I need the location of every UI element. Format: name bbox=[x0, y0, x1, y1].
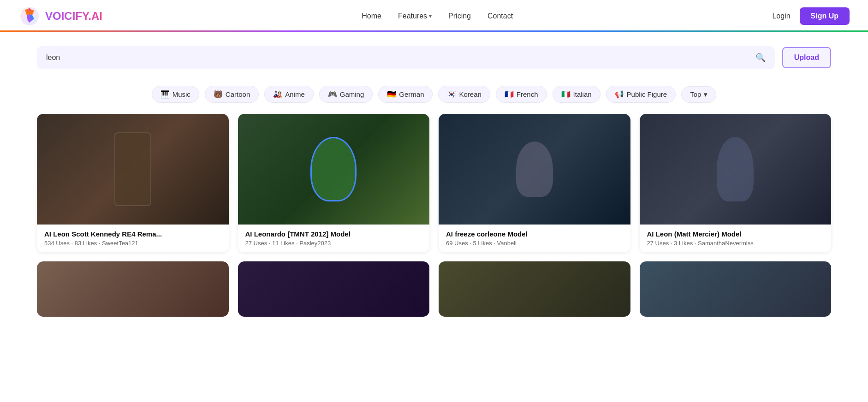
cartoon-icon: 🐻 bbox=[214, 90, 223, 99]
filter-public-figure[interactable]: 📢 Public Figure bbox=[606, 86, 676, 103]
german-flag-icon: 🇩🇪 bbox=[387, 90, 396, 99]
cards-grid-row1: AI Leon Scott Kennedy RE4 Rema... 534 Us… bbox=[0, 114, 868, 252]
card-meta: 27 Uses · 3 Likes · SamanthaNevermiss bbox=[647, 240, 824, 247]
filter-italian[interactable]: 🇮🇹 Italian bbox=[553, 86, 600, 103]
login-button[interactable]: Login bbox=[772, 12, 790, 20]
card-title: AI Leon (Matt Mercier) Model bbox=[647, 230, 824, 238]
logo-icon bbox=[18, 5, 41, 27]
public-figure-icon: 📢 bbox=[615, 90, 624, 99]
french-flag-icon: 🇫🇷 bbox=[505, 90, 514, 99]
filter-cartoon[interactable]: 🐻 Cartoon bbox=[205, 86, 259, 103]
card-partial-1[interactable] bbox=[37, 261, 229, 317]
nav-pricing[interactable]: Pricing bbox=[448, 12, 471, 20]
card-title: AI Leonardo [TMNT 2012] Model bbox=[245, 230, 422, 238]
filter-music-label: Music bbox=[172, 90, 190, 98]
search-section: 🔍 Upload bbox=[0, 32, 868, 78]
card-leon-re4[interactable]: AI Leon Scott Kennedy RE4 Rema... 534 Us… bbox=[37, 114, 229, 252]
card-title: AI Leon Scott Kennedy RE4 Rema... bbox=[44, 230, 221, 238]
filter-french[interactable]: 🇫🇷 French bbox=[496, 86, 547, 103]
search-row: 🔍 Upload bbox=[37, 46, 831, 69]
signup-button[interactable]: Sign Up bbox=[800, 7, 850, 25]
nav-contact[interactable]: Contact bbox=[488, 12, 513, 20]
filter-cartoon-label: Cartoon bbox=[226, 90, 250, 98]
card-meta: 69 Uses · 5 Likes · Vanbell bbox=[446, 240, 623, 247]
card-partial-4[interactable] bbox=[640, 261, 832, 317]
filter-top-label: Top bbox=[690, 90, 701, 98]
filter-section: 🎹 Music 🐻 Cartoon 🎎 Anime 🎮 Gaming 🇩🇪 Ge… bbox=[0, 78, 868, 114]
music-icon: 🎹 bbox=[161, 90, 170, 99]
card-body: AI freeze corleone Model 69 Uses · 5 Lik… bbox=[439, 225, 630, 252]
cards-grid-row2 bbox=[0, 252, 868, 317]
filter-public-figure-label: Public Figure bbox=[627, 90, 667, 98]
filter-korean-label: Korean bbox=[459, 90, 481, 98]
italian-flag-icon: 🇮🇹 bbox=[561, 90, 571, 99]
card-body: AI Leonardo [TMNT 2012] Model 27 Uses · … bbox=[238, 225, 430, 252]
header: VOICIFY.AI Home Features ▾ Pricing Conta… bbox=[0, 0, 868, 32]
card-body: AI Leon Scott Kennedy RE4 Rema... 534 Us… bbox=[37, 225, 229, 252]
card-freeze-corleone[interactable]: AI freeze corleone Model 69 Uses · 5 Lik… bbox=[439, 114, 630, 252]
card-title: AI freeze corleone Model bbox=[446, 230, 623, 238]
nav-features-label: Features bbox=[398, 12, 427, 20]
logo-text: VOICIFY.AI bbox=[45, 10, 102, 23]
card-partial-2[interactable] bbox=[238, 261, 430, 317]
gaming-icon: 🎮 bbox=[328, 90, 337, 99]
card-meta: 27 Uses · 11 Likes · Pasley2023 bbox=[245, 240, 422, 247]
card-meta: 534 Uses · 83 Likes · SweetTea121 bbox=[44, 240, 221, 247]
card-partial-3[interactable] bbox=[439, 261, 630, 317]
filter-top[interactable]: Top ▾ bbox=[681, 86, 716, 103]
filter-gaming-label: Gaming bbox=[340, 90, 364, 98]
filter-french-label: French bbox=[517, 90, 538, 98]
search-input[interactable] bbox=[46, 53, 750, 62]
logo[interactable]: VOICIFY.AI bbox=[18, 5, 102, 27]
upload-button[interactable]: Upload bbox=[782, 47, 831, 68]
anime-icon: 🎎 bbox=[273, 90, 282, 99]
nav: Home Features ▾ Pricing Contact bbox=[362, 12, 513, 20]
search-icon: 🔍 bbox=[755, 53, 766, 63]
filter-gaming[interactable]: 🎮 Gaming bbox=[319, 86, 373, 103]
top-chevron-icon: ▾ bbox=[704, 90, 707, 99]
header-actions: Login Sign Up bbox=[772, 7, 850, 25]
search-bar: 🔍 bbox=[37, 46, 775, 69]
filter-german-label: German bbox=[399, 90, 424, 98]
korean-flag-icon: 🇰🇷 bbox=[447, 90, 456, 99]
chevron-down-icon: ▾ bbox=[429, 13, 432, 19]
filter-music[interactable]: 🎹 Music bbox=[152, 86, 199, 103]
card-leon-matt-mercier[interactable]: AI Leon (Matt Mercier) Model 27 Uses · 3… bbox=[640, 114, 832, 252]
nav-features[interactable]: Features ▾ bbox=[398, 12, 432, 20]
filter-german[interactable]: 🇩🇪 German bbox=[378, 86, 433, 103]
filter-italian-label: Italian bbox=[573, 90, 592, 98]
filter-anime-label: Anime bbox=[285, 90, 305, 98]
card-body: AI Leon (Matt Mercier) Model 27 Uses · 3… bbox=[640, 225, 832, 252]
filter-anime[interactable]: 🎎 Anime bbox=[264, 86, 314, 103]
filter-korean[interactable]: 🇰🇷 Korean bbox=[438, 86, 490, 103]
nav-home[interactable]: Home bbox=[362, 12, 381, 20]
card-leonardo-tmnt[interactable]: AI Leonardo [TMNT 2012] Model 27 Uses · … bbox=[238, 114, 430, 252]
